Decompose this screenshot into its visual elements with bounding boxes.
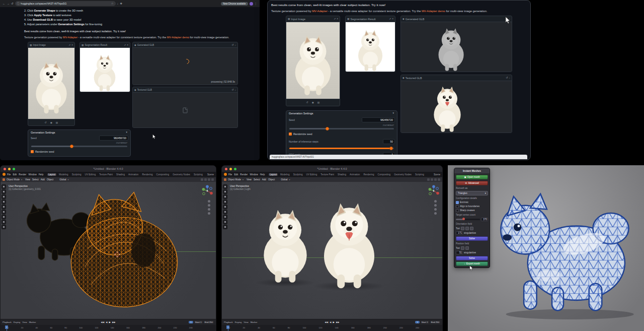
randomize-checkbox[interactable]: ✓: [289, 133, 292, 136]
add-cube-tool-button[interactable]: [223, 225, 227, 229]
orientation-solve-button[interactable]: Solve: [456, 236, 488, 241]
scene-selector[interactable]: Scene: [207, 173, 214, 176]
timeline-menu-item[interactable]: Keying: [235, 321, 242, 323]
zoom-icon[interactable]: [208, 200, 210, 203]
menu-kebab-icon[interactable]: ⋮: [255, 2, 258, 5]
start-frame-field[interactable]: Start 1: [194, 321, 203, 323]
inference-steps-slider[interactable]: [289, 148, 394, 149]
mv-adapter-demo-link[interactable]: MV-Adapter demo: [422, 10, 445, 13]
collapse-caret-icon[interactable]: ▼: [392, 112, 394, 114]
menu-item[interactable]: Render: [240, 173, 248, 176]
measure-tool-button[interactable]: [223, 220, 227, 224]
current-frame-field[interactable]: 1: [189, 321, 193, 323]
end-frame-field[interactable]: End 250: [204, 321, 214, 323]
edit-icon[interactable]: ↺: [306, 101, 308, 104]
select-tool-button[interactable]: [2, 184, 6, 189]
window-titlebar[interactable]: *Untitled - Blender 4.4.0: [222, 166, 442, 172]
workspace-tab[interactable]: Texture Paint: [98, 173, 114, 176]
reset-view-icon[interactable]: ↺: [506, 77, 508, 79]
checkbox[interactable]: [456, 209, 459, 212]
pan-icon[interactable]: [434, 204, 437, 207]
slider-handle[interactable]: [326, 127, 329, 130]
position-solve-button[interactable]: Solve: [456, 256, 488, 260]
navigation-gizmo[interactable]: [201, 185, 213, 197]
input-image-preview[interactable]: [286, 22, 340, 99]
viewport-menu-item[interactable]: View: [247, 178, 252, 181]
vertex-count-slider[interactable]: [456, 219, 480, 220]
orientation-attractor-tool-button[interactable]: [470, 227, 473, 230]
expand-icon[interactable]: ↗: [68, 44, 70, 46]
snap-icon[interactable]: [201, 178, 203, 181]
close-icon[interactable]: ×: [392, 18, 393, 20]
viewport-menu-item[interactable]: Object: [268, 178, 275, 181]
reload-icon[interactable]: ↺: [11, 2, 14, 5]
transform-orientation[interactable]: Global: [281, 178, 287, 181]
back-icon[interactable]: ←: [3, 2, 6, 5]
scene-selector[interactable]: Scene: [434, 173, 440, 176]
timeline-menu-item[interactable]: Playback: [3, 321, 12, 323]
window-titlebar[interactable]: *Untitled - Blender 4.4.0: [1, 166, 216, 172]
bookmark-star-icon[interactable]: ☆: [111, 2, 114, 5]
chrome-update-chip[interactable]: New Chrome available: [221, 2, 248, 6]
camera-view-icon[interactable]: [434, 208, 437, 211]
workspace-tab[interactable]: Scripting: [193, 173, 204, 176]
viewport-menu-item[interactable]: Select: [32, 178, 39, 181]
zoom-icon[interactable]: [434, 200, 437, 203]
viewport-menu-item[interactable]: Select: [254, 178, 260, 181]
scale-tool-button[interactable]: [2, 205, 6, 209]
playhead[interactable]: 1: [226, 325, 229, 329]
navigation-gizmo[interactable]: [428, 185, 440, 197]
vertex-count-value[interactable]: 370: [481, 218, 488, 221]
timeline-menu-item[interactable]: Marker: [29, 321, 36, 323]
end-frame-field[interactable]: End 250: [430, 321, 440, 323]
workspace-tab[interactable]: Geometry Nodes: [172, 173, 191, 176]
open-mesh-button[interactable]: ▣ Open mesh: [456, 175, 488, 179]
ortho-toggle-icon[interactable]: [208, 212, 210, 215]
current-frame-field[interactable]: 1: [415, 321, 419, 323]
workspace-tab[interactable]: UV Editing: [305, 173, 318, 176]
workspace-tab[interactable]: Layout: [47, 173, 56, 176]
download-glb-icon[interactable]: ↓: [509, 77, 510, 79]
workspace-tab[interactable]: Sculpting: [71, 173, 83, 176]
workspace-tab[interactable]: Modeling: [279, 173, 291, 176]
annotate-tool-button[interactable]: [2, 215, 6, 219]
add-cube-tool-button[interactable]: [2, 225, 6, 229]
viewport-3d[interactable]: User Perspective (1) Collection | geomet…: [1, 182, 216, 319]
seed-slider[interactable]: [289, 128, 394, 129]
rotate-tool-button[interactable]: [223, 200, 227, 204]
viewport-3d[interactable]: User Perspective (1) Collection | Light: [222, 182, 442, 319]
edit-icon[interactable]: ↺: [45, 121, 47, 124]
step-back-button[interactable]: ◀: [106, 321, 107, 323]
timeline-menu-item[interactable]: View: [244, 321, 248, 323]
checkbox-row[interactable]: Align to boundaries: [456, 205, 488, 208]
seed-value-input[interactable]: 982456720: [362, 117, 395, 122]
measure-tool-button[interactable]: [2, 220, 6, 224]
generated-glb-viewer[interactable]: [401, 22, 512, 72]
move-tool-button[interactable]: [2, 194, 6, 199]
workspace-tab[interactable]: Animation: [127, 173, 139, 176]
position-brush-tool-button[interactable]: [461, 246, 464, 250]
generated-glb-viewer[interactable]: processing | 52.8/48.9s: [133, 48, 237, 85]
workspace-tab[interactable]: Sculpting: [292, 173, 304, 176]
viewport-menu-item[interactable]: Add: [41, 178, 45, 181]
slider-handle[interactable]: [389, 147, 393, 150]
workspace-tab[interactable]: Shading: [115, 173, 126, 176]
viewport-menu-item[interactable]: View: [25, 178, 30, 181]
jump-start-button[interactable]: ◀◀: [325, 321, 328, 323]
play-button[interactable]: ▶: [333, 321, 335, 323]
workspace-tab[interactable]: UV Editing: [84, 173, 97, 176]
textured-dog-left[interactable]: [253, 203, 317, 284]
timeline-menu-item[interactable]: Keying: [14, 321, 20, 323]
checkbox-row[interactable]: Sharp creases: [456, 209, 488, 212]
menu-item[interactable]: Window: [28, 173, 36, 176]
ortho-toggle-icon[interactable]: [434, 212, 437, 215]
download-glb-icon[interactable]: ↓: [235, 44, 236, 46]
workspace-tab[interactable]: Texture Paint: [319, 173, 335, 176]
viewport-menu-item[interactable]: Add: [262, 178, 266, 181]
jump-end-button[interactable]: ▶▶: [336, 321, 340, 323]
workspace-tab[interactable]: Animation: [349, 173, 361, 176]
blender-logo-icon[interactable]: [3, 173, 6, 176]
workspace-tab[interactable]: Geometry Nodes: [393, 173, 413, 176]
advanced-button[interactable]: ⚙ Advanced: [456, 181, 488, 185]
menu-item[interactable]: Edit: [234, 173, 238, 176]
